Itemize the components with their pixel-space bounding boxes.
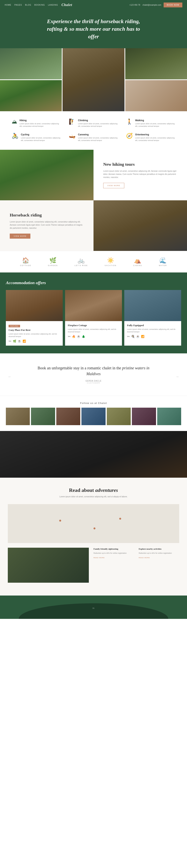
map-dot-3	[119, 518, 121, 520]
nav-blog[interactable]: BLOG	[25, 4, 31, 6]
tree-icon: 🌲	[82, 335, 85, 338]
partner-vacation: ☀️ VACATION	[105, 257, 116, 267]
hiking-tours-content: New hiking tours Lorem ipsum dolor sit a…	[94, 150, 187, 200]
nav-landing[interactable]: LANDING	[48, 4, 58, 6]
side-article-1-btn[interactable]: READ MORE	[94, 557, 134, 559]
adventures-map	[8, 504, 179, 543]
nav-home[interactable]: HOME	[5, 4, 11, 6]
testimonial-author-role: CUSTOMER	[85, 382, 102, 384]
adventures-side-1: Family friendly sightseeing Reduction up…	[94, 548, 134, 586]
hiking-tours-title: New hiking tours	[103, 162, 177, 167]
testimonial-next[interactable]: →	[175, 374, 179, 379]
book-now-button[interactable]: BOOK NOW	[164, 3, 182, 7]
orienteering-icon: 🧭	[126, 133, 133, 139]
activity-hiking-desc: Lorem ipsum dolor sit amet, consectetur …	[20, 123, 61, 128]
side-article-2-title: Explore nearby activities	[139, 548, 179, 550]
activity-orienteering-desc: Lorem ipsum dolor sit amet, consectetur …	[135, 137, 175, 142]
footer: 01	[0, 595, 187, 619]
activity-cycling-desc: Lorem ipsum dolor sit amet, consectetur …	[21, 137, 61, 142]
instagram-title: Follow us at Chalet	[6, 402, 181, 405]
acc-card-1-desc: Lorem ipsum dolor sit amet, consectetur …	[8, 333, 60, 338]
wifi2-icon: 📶	[141, 335, 144, 338]
brand-logo: Chalet	[61, 3, 72, 7]
map-dot-1	[59, 520, 61, 522]
partner-water: 🌊 WATER	[159, 257, 167, 267]
activity-cycling-title: Cycling	[21, 133, 61, 136]
partner-garden-label: GARDEN	[48, 265, 58, 267]
instagram-grid	[6, 408, 181, 425]
acc-card-1-title: Cozy Place For Rest	[8, 329, 60, 332]
activities-grid: ⛰ Hiking Lorem ipsum dolor sit amet, con…	[12, 119, 175, 142]
acc-card-1: FEATURED Cozy Place For Rest Lorem ipsum…	[6, 290, 63, 346]
insta-photo-6[interactable]	[132, 408, 156, 425]
hiking-tours-image	[0, 150, 94, 200]
instagram-section: Follow us at Chalet	[0, 396, 187, 431]
photo-extra	[125, 80, 187, 111]
partner-vacation-label: VACATION	[105, 265, 116, 267]
insta-photo-1[interactable]	[6, 408, 30, 425]
adventures-main-image	[8, 548, 89, 583]
walking-icon: 🚶	[126, 119, 133, 124]
activity-walking: 🚶 Walking Lorem ipsum dolor sit amet, co…	[126, 119, 175, 128]
water-icon: 🌊	[159, 257, 166, 264]
accommodation-grid: FEATURED Cozy Place For Rest Lorem ipsum…	[6, 290, 181, 346]
photo-mountains	[0, 48, 62, 79]
insta-photo-4[interactable]	[81, 408, 105, 425]
horseback-content: Horseback riding Lorem ipsum dolor sit a…	[0, 200, 94, 251]
partner-ride-label: LET'S RIDE	[75, 265, 88, 267]
testimonial-author-block: Gerda Dacle CUSTOMER	[85, 380, 102, 384]
navbar: HOME PAGES BLOG BOOKING LANDING Chalet +…	[0, 0, 187, 10]
activities-section: ⛰ Hiking Lorem ipsum dolor sit amet, con…	[0, 111, 187, 150]
nav-links: HOME PAGES BLOG BOOKING LANDING	[5, 4, 58, 6]
testimonial-author-name: Gerda Dacle	[85, 380, 102, 382]
testimonial-quote: Book an unforgettable stay in a romantic…	[35, 365, 152, 377]
insta-photo-3[interactable]	[56, 408, 80, 425]
partner-cottage: 🏠 COTTAGE	[20, 257, 31, 267]
bed2-icon: 🛏	[68, 335, 71, 338]
coffee3-icon: ☕	[136, 335, 139, 338]
nav-booking[interactable]: BOOKING	[34, 4, 45, 6]
garden-icon: 🌿	[49, 257, 56, 264]
acc-card-2: Fireplace Cottage Lorem ipsum dolor sit …	[65, 290, 122, 346]
activity-hiking: ⛰ Hiking Lorem ipsum dolor sit amet, con…	[12, 119, 61, 128]
acc-card-2-image	[65, 290, 122, 321]
acc-card-1-image	[6, 290, 63, 321]
dark-bg	[0, 431, 187, 478]
cottage-icon: 🏠	[22, 257, 29, 264]
adventures-section: Read about adventures Lorem ipsum dolor …	[0, 478, 187, 595]
partner-garden: 🌿 GARDEN	[48, 257, 58, 267]
testimonial-prev[interactable]: ←	[8, 374, 12, 379]
wifi-icon: 📶	[23, 340, 26, 343]
side-article-2-desc: Reduction up to 40% for online registrat…	[139, 552, 179, 555]
photo-orchard	[0, 80, 62, 111]
adventures-title: Read about adventures	[8, 487, 179, 493]
hiking-tours-btn[interactable]: VIEW MORE	[103, 183, 124, 188]
accommodation-section: Accommodation offers FEATURED Cozy Place…	[0, 273, 187, 353]
acc-card-2-title: Fireplace Cottage	[68, 324, 119, 327]
activity-climbing-desc: Lorem ipsum dolor sit amet, consectetur …	[78, 123, 118, 128]
page-number: 01	[92, 607, 95, 609]
horseback-section: Horseback riding Lorem ipsum dolor sit a…	[0, 200, 187, 251]
insta-photo-5[interactable]	[107, 408, 131, 425]
activity-hiking-title: Hiking	[20, 119, 61, 122]
insta-photo-7[interactable]	[157, 408, 181, 425]
ride-icon: 🚲	[78, 257, 85, 264]
map-dot-2	[94, 527, 96, 529]
activity-cycling: 🚴 Cycling Lorem ipsum dolor sit amet, co…	[12, 133, 61, 142]
bed-icon: 🛏	[8, 340, 11, 343]
side-article-2-btn[interactable]: READ MORE	[139, 557, 179, 559]
hero-headline: Experience the thrill of horseback ridin…	[45, 18, 142, 40]
bed3-icon: 🛏	[127, 335, 130, 338]
side-article-1-title: Family friendly sightseeing	[94, 548, 134, 550]
nav-email: chalet@example.com	[142, 4, 161, 6]
side-article-1-desc: Reduction up to 40% for online registrat…	[94, 552, 134, 555]
photo-horse	[62, 48, 124, 111]
activity-climbing-title: Climbing	[78, 119, 118, 122]
insta-photo-2[interactable]	[31, 408, 55, 425]
nav-pages[interactable]: PAGES	[15, 4, 22, 6]
activity-climbing: 🧗 Climbing Lorem ipsum dolor sit amet, c…	[69, 119, 118, 128]
horseback-btn[interactable]: VIEW MORE	[10, 234, 30, 239]
activity-canoeing-title: Canoeing	[78, 133, 118, 136]
canoeing-icon: 🛶	[69, 133, 76, 139]
climbing-icon: 🧗	[69, 119, 76, 124]
